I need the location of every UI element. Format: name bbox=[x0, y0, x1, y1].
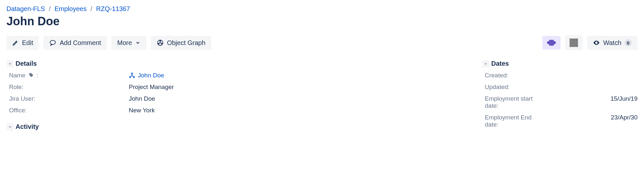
field-value-role: Project Manager bbox=[129, 84, 469, 91]
breadcrumb-item-project[interactable]: Datagen-FLS bbox=[6, 5, 45, 13]
dates-section-header[interactable]: Dates bbox=[482, 60, 638, 67]
page-title: John Doe bbox=[6, 15, 638, 28]
qr-code-button[interactable] bbox=[565, 35, 583, 50]
object-graph-label: Object Graph bbox=[167, 39, 205, 47]
more-button[interactable]: More bbox=[111, 36, 146, 50]
collapse-icon bbox=[482, 60, 489, 67]
svg-point-11 bbox=[131, 73, 133, 74]
field-label-office: Office: bbox=[9, 107, 129, 114]
svg-point-13 bbox=[133, 76, 135, 78]
field-label-jira-user: Jira User: bbox=[9, 95, 129, 102]
field-label-name: Name : bbox=[9, 72, 129, 79]
name-label-text: Name bbox=[9, 72, 26, 79]
breadcrumb: Datagen-FLS / Employees / RZQ-11367 bbox=[6, 5, 638, 13]
field-label-emp-start: Employment start date: bbox=[485, 95, 543, 109]
field-label-created: Created: bbox=[485, 72, 543, 79]
activity-title: Activity bbox=[16, 123, 39, 130]
svg-rect-9 bbox=[555, 42, 556, 43]
field-value-name[interactable]: John Doe bbox=[129, 72, 469, 79]
add-comment-button[interactable]: Add Comment bbox=[43, 36, 107, 50]
collapse-icon bbox=[6, 123, 14, 130]
watch-button-label: Watch bbox=[603, 39, 621, 47]
field-value-office: New York bbox=[129, 107, 469, 114]
field-value-jira-user: John Doe bbox=[129, 95, 469, 102]
svg-point-10 bbox=[596, 42, 597, 43]
name-value-text: John Doe bbox=[138, 72, 164, 79]
dates-title: Dates bbox=[491, 60, 509, 67]
details-table: Name : John Doe Role: Project Manager Ji… bbox=[9, 72, 469, 114]
svg-point-0 bbox=[50, 40, 56, 45]
print-icon bbox=[547, 39, 556, 46]
field-value-updated bbox=[543, 84, 638, 91]
svg-rect-8 bbox=[547, 42, 548, 43]
collapse-icon bbox=[6, 60, 14, 67]
toolbar: Edit Add Comment More Object Graph Watch… bbox=[6, 35, 638, 50]
comment-icon bbox=[49, 39, 56, 46]
field-label-emp-end: Employment End date: bbox=[485, 114, 543, 128]
add-comment-label: Add Comment bbox=[60, 39, 101, 47]
activity-section-header[interactable]: Activity bbox=[6, 123, 469, 130]
colon: : bbox=[37, 72, 38, 79]
field-value-created bbox=[543, 72, 638, 79]
chevron-down-icon bbox=[135, 40, 140, 45]
svg-rect-7 bbox=[549, 44, 554, 46]
person-tree-icon bbox=[129, 72, 135, 79]
edit-button-label: Edit bbox=[22, 39, 33, 47]
svg-rect-6 bbox=[549, 40, 554, 41]
eye-icon bbox=[593, 39, 600, 46]
object-graph-button[interactable]: Object Graph bbox=[151, 36, 211, 50]
watch-count-badge: 0 bbox=[625, 39, 632, 46]
print-button[interactable] bbox=[542, 36, 561, 50]
graph-icon bbox=[157, 39, 164, 46]
field-label-role: Role: bbox=[9, 84, 129, 91]
svg-point-12 bbox=[129, 76, 131, 78]
edit-button[interactable]: Edit bbox=[6, 36, 39, 50]
watch-button[interactable]: Watch 0 bbox=[587, 36, 638, 50]
field-value-emp-end: 23/Apr/30 bbox=[543, 114, 638, 128]
pencil-icon bbox=[12, 39, 19, 46]
details-section-header[interactable]: Details bbox=[6, 60, 469, 67]
details-title: Details bbox=[16, 60, 37, 67]
breadcrumb-item-section[interactable]: Employees bbox=[55, 5, 87, 13]
field-label-updated: Updated: bbox=[485, 84, 543, 91]
dates-table: Created: Updated: Employment start date:… bbox=[485, 72, 638, 128]
breadcrumb-item-id[interactable]: RZQ-11367 bbox=[96, 5, 130, 13]
tag-icon bbox=[28, 73, 34, 78]
breadcrumb-separator: / bbox=[49, 5, 51, 13]
breadcrumb-separator: / bbox=[90, 5, 92, 13]
field-value-emp-start: 15/Jun/19 bbox=[543, 95, 638, 109]
qr-code-icon bbox=[570, 39, 578, 47]
more-button-label: More bbox=[117, 39, 132, 47]
